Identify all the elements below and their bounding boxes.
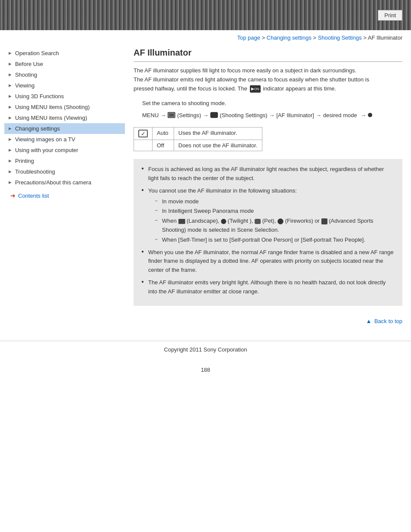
back-to-top-label: Back to top bbox=[374, 318, 402, 324]
main-layout: ► Operation Search ► Before Use ► Shooti… bbox=[0, 44, 411, 336]
print-button[interactable]: Print bbox=[378, 10, 402, 21]
table-desc-off: Does not use the AF illuminator. bbox=[174, 140, 262, 151]
sidebar-item-label: Troubleshooting bbox=[15, 168, 121, 175]
arrow-icon: ► bbox=[8, 61, 12, 66]
intro-line3: pressed halfway, until the focus is lock… bbox=[134, 85, 336, 92]
sidebar-item-using-menu-viewing[interactable]: ► Using MENU items (Viewing) bbox=[4, 112, 125, 123]
table-row: ✓ Auto Uses the AF illuminator. bbox=[134, 128, 262, 140]
checkmark-icon: ✓ bbox=[138, 130, 148, 137]
notes-item-3: When you use the AF illuminator, the nor… bbox=[141, 248, 395, 275]
sidebar-item-shooting[interactable]: ► Shooting bbox=[4, 69, 125, 80]
contents-list-link[interactable]: ➜ Contents list bbox=[4, 188, 125, 202]
footer: Copyright 2011 Sony Corporation bbox=[0, 341, 411, 358]
page-number: 188 bbox=[0, 358, 411, 382]
arrow-sym4: → bbox=[316, 110, 321, 120]
landscape-icon bbox=[178, 219, 185, 224]
breadcrumb-shooting-settings[interactable]: Shooting Settings bbox=[318, 34, 362, 41]
breadcrumb-changing-settings[interactable]: Changing settings bbox=[267, 34, 311, 41]
header-bar: Print bbox=[0, 0, 411, 30]
af-illuminator-label: [AF Illuminator] bbox=[277, 110, 314, 120]
sidebar-item-precautions[interactable]: ► Precautions/About this camera bbox=[4, 177, 125, 188]
sub-item-3: When (Landscape), (Twilight ), (Pet), (F… bbox=[155, 217, 395, 235]
arrow-icon: ► bbox=[8, 137, 12, 142]
intro-line2: The AF illuminator emits red light allow… bbox=[134, 76, 369, 83]
breadcrumb-top-page[interactable]: Top page bbox=[237, 34, 261, 41]
table-option-auto: Auto bbox=[153, 128, 174, 140]
page-title: AF Illuminator bbox=[134, 48, 402, 62]
arrow-icon: ► bbox=[8, 180, 12, 185]
arrow-right-icon: ➜ bbox=[10, 192, 16, 199]
sidebar-item-operation-search[interactable]: ► Operation Search bbox=[4, 48, 125, 59]
menu-path: Set the camera to shooting mode. MENU → … bbox=[142, 98, 402, 120]
sidebar-item-label: Before Use bbox=[15, 61, 121, 67]
sidebar-item-label: Using MENU items (Viewing) bbox=[15, 115, 121, 121]
sidebar-item-label: Precautions/About this camera bbox=[15, 179, 121, 186]
sidebar-item-viewing[interactable]: ► Viewing bbox=[4, 80, 125, 91]
sub-item-1: In movie mode bbox=[155, 197, 395, 206]
arrow-icon: ► bbox=[8, 169, 12, 174]
desired-mode-label: desired mode bbox=[323, 110, 357, 120]
twilight-icon bbox=[221, 219, 226, 224]
sidebar-item-label: Using MENU items (Shooting) bbox=[15, 104, 121, 110]
breadcrumb-sep2: > bbox=[313, 34, 318, 41]
notes-item-4: The AF illuminator emits very bright lig… bbox=[141, 278, 395, 296]
sidebar: ► Operation Search ► Before Use ► Shooti… bbox=[0, 44, 125, 336]
sidebar-item-label: Using 3D Functions bbox=[15, 93, 121, 100]
arrow-icon: ► bbox=[8, 158, 12, 163]
sub-item-2: In Intelligent Sweep Panorama mode bbox=[155, 207, 395, 216]
back-to-top: ▲ Back to top bbox=[134, 314, 402, 328]
arrow-sym: → bbox=[160, 110, 166, 120]
fireworks-icon bbox=[277, 218, 283, 224]
sidebar-item-printing[interactable]: ► Printing bbox=[4, 156, 125, 166]
sidebar-item-label: Shooting bbox=[15, 72, 121, 78]
sidebar-item-label: Operation Search bbox=[15, 50, 121, 56]
arrow-sym5: → bbox=[361, 110, 366, 120]
table-row: Off Does not use the AF illuminator. bbox=[134, 140, 262, 151]
arrow-icon: ► bbox=[8, 50, 12, 56]
shooting-icon bbox=[210, 112, 218, 118]
arrow-icon: ► bbox=[8, 104, 12, 109]
sidebar-item-label: Viewing bbox=[15, 82, 121, 89]
arrow-icon: ► bbox=[8, 72, 12, 77]
triangle-icon: ▲ bbox=[366, 318, 371, 324]
arrow-sym2: → bbox=[203, 110, 209, 120]
sidebar-item-using-3d[interactable]: ► Using 3D Functions bbox=[4, 91, 125, 102]
table-icon-cell-off bbox=[134, 140, 153, 151]
table-icon-cell: ✓ bbox=[134, 128, 153, 140]
content-area: AF Illuminator The AF illuminator suppli… bbox=[125, 44, 411, 336]
settings-table: ✓ Auto Uses the AF illuminator. Off Does… bbox=[134, 127, 262, 151]
contents-list-label[interactable]: Contents list bbox=[18, 193, 49, 199]
shooting-settings-text: (Shooting Settings) bbox=[220, 110, 268, 120]
bullet-dot-icon bbox=[368, 113, 372, 117]
sub-list: In movie mode In Intelligent Sweep Panor… bbox=[148, 197, 395, 245]
menu-label: MENU bbox=[142, 110, 159, 120]
notes-list: Focus is achieved as long as the AF illu… bbox=[141, 165, 395, 296]
notes-item-2: You cannot use the AF illuminator in the… bbox=[141, 187, 395, 245]
af-on-indicator: ▶ON bbox=[250, 85, 261, 93]
settings-icon bbox=[168, 112, 175, 118]
arrow-icon: ► bbox=[8, 147, 12, 152]
arrow-sym3: → bbox=[269, 110, 275, 120]
sidebar-item-using-menu-shooting[interactable]: ► Using MENU items (Shooting) bbox=[4, 102, 125, 112]
sidebar-item-label: Viewing images on a TV bbox=[15, 136, 121, 143]
breadcrumb-sep3: > bbox=[363, 34, 368, 41]
settings-text: (Settings) bbox=[177, 110, 201, 120]
pet-icon bbox=[255, 219, 261, 224]
sidebar-item-troubleshooting[interactable]: ► Troubleshooting bbox=[4, 166, 125, 177]
sidebar-item-using-computer[interactable]: ► Using with your computer bbox=[4, 145, 125, 156]
breadcrumb-sep1: > bbox=[262, 34, 267, 41]
sidebar-item-before-use[interactable]: ► Before Use bbox=[4, 59, 125, 69]
arrow-icon: ► bbox=[8, 83, 12, 88]
path-line: MENU → (Settings) → (Shooting Settings) … bbox=[142, 110, 402, 120]
sidebar-item-viewing-images-tv[interactable]: ► Viewing images on a TV bbox=[4, 134, 125, 145]
sub-item-4: When [Self-Timer] is set to [Self-portra… bbox=[155, 236, 395, 245]
notes-box: Focus is achieved as long as the AF illu… bbox=[134, 159, 402, 305]
intro-line1: The AF illuminator supplies fill light t… bbox=[134, 67, 356, 74]
sidebar-item-changing-settings[interactable]: ► Changing settings bbox=[4, 123, 125, 134]
table-desc-auto: Uses the AF illuminator. bbox=[174, 128, 262, 140]
back-to-top-link[interactable]: ▲ Back to top bbox=[366, 318, 402, 324]
arrow-icon: ► bbox=[8, 126, 12, 131]
arrow-icon: ► bbox=[8, 93, 12, 99]
sidebar-item-label: Printing bbox=[15, 158, 121, 164]
sports-icon bbox=[321, 218, 327, 224]
